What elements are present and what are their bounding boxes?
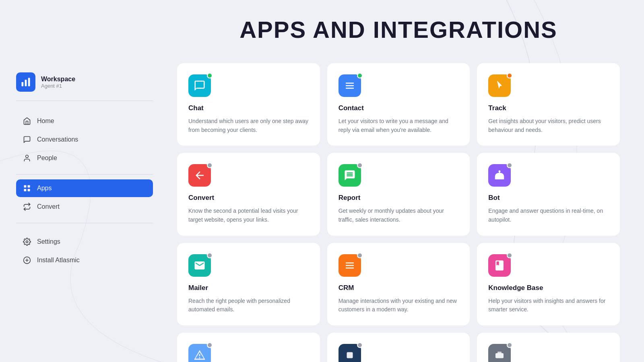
report-status-dot <box>357 162 363 168</box>
sidebar-item-install[interactable]: Install Atlasmic <box>16 251 153 269</box>
layout: Workspace Agent #1 Home <box>0 0 644 362</box>
card-convert-title: Convert <box>188 194 309 202</box>
svg-rect-0 <box>22 82 24 86</box>
svg-point-8 <box>26 241 28 243</box>
convert-icon <box>23 202 31 211</box>
convert-status-dot <box>207 162 213 168</box>
card-contact-title: Contact <box>339 104 459 112</box>
track-icon-wrap <box>488 74 511 97</box>
sidebar-item-conversations[interactable]: Conversations <box>16 131 153 148</box>
chat-icon <box>194 80 206 92</box>
sidebar-item-convert-label: Convert <box>37 203 60 210</box>
main-content: APPS AND INTEGRATIONS Chat Understand wh… <box>169 0 644 362</box>
workspace-section[interactable]: Workspace Agent #1 <box>16 72 153 101</box>
track-icon <box>493 80 506 92</box>
card-alerts[interactable] <box>177 333 320 362</box>
card-crm[interactable]: CRM Manage interactions with your existi… <box>327 243 470 325</box>
workspace-name: Workspace <box>41 76 75 83</box>
card-app11[interactable] <box>327 333 470 362</box>
app11-status-dot <box>357 342 363 348</box>
nav-list-2: Apps Convert <box>16 179 153 216</box>
card-report[interactable]: Report Get weekly or monthly updates abo… <box>327 153 470 235</box>
card-contact[interactable]: Contact Let your visitors to write you a… <box>327 63 470 146</box>
bot-icon-wrap <box>488 164 511 187</box>
people-icon <box>23 154 31 162</box>
contact-icon <box>344 80 356 92</box>
card-contact-desc: Let your visitors to write you a message… <box>339 117 459 134</box>
contact-icon-wrap <box>339 74 361 97</box>
track-status-dot <box>507 73 512 78</box>
workspace-icon <box>16 72 35 92</box>
card-bot[interactable]: Bot Engage and answer questions in real-… <box>477 153 620 235</box>
nav-list-bottom: Settings Install Atlasmic <box>16 233 153 269</box>
svg-rect-5 <box>28 185 30 188</box>
alerts-icon-wrap <box>188 344 211 362</box>
card-crm-title: CRM <box>339 284 459 292</box>
sidebar-item-install-label: Install Atlasmic <box>37 257 80 264</box>
card-chat-title: Chat <box>188 104 309 112</box>
workspace-agent: Agent #1 <box>41 83 75 89</box>
svg-rect-12 <box>347 352 353 358</box>
alerts-status-dot <box>207 342 213 348</box>
crm-status-dot <box>357 253 363 258</box>
card-mailer[interactable]: Mailer Reach the right people with perso… <box>177 243 320 325</box>
workspace-info: Workspace Agent #1 <box>41 76 75 89</box>
chat-status-dot <box>207 73 213 78</box>
svg-rect-6 <box>24 189 27 191</box>
card-mailer-title: Mailer <box>188 284 309 292</box>
svg-rect-1 <box>25 80 27 86</box>
report-icon <box>344 169 356 181</box>
card-crm-desc: Manage interactions with your existing a… <box>339 297 459 314</box>
svg-rect-2 <box>28 78 30 86</box>
contact-status-dot <box>357 73 363 78</box>
card-knowledge-desc: Help your visitors with insights and ans… <box>488 297 609 314</box>
app11-icon <box>344 349 356 361</box>
mailer-icon <box>194 259 206 272</box>
app12-icon-wrap <box>488 344 511 362</box>
sidebar-item-convert[interactable]: Convert <box>16 198 153 216</box>
sidebar-item-apps[interactable]: Apps <box>16 179 153 197</box>
sidebar-item-people[interactable]: People <box>16 149 153 167</box>
crm-icon-wrap <box>339 254 361 277</box>
svg-rect-7 <box>28 189 30 191</box>
cards-grid: Chat Understand which users are only one… <box>177 63 620 362</box>
card-track[interactable]: Track Get insights about your visitors, … <box>477 63 620 146</box>
card-track-title: Track <box>488 104 609 112</box>
alerts-icon <box>194 349 206 361</box>
settings-icon <box>23 237 31 246</box>
card-knowledge-title: Knowledge Base <box>488 284 609 292</box>
card-knowledge-base[interactable]: Knowledge Base Help your visitors with i… <box>477 243 620 325</box>
sidebar-item-home[interactable]: Home <box>16 112 153 130</box>
nav-divider-1 <box>16 174 153 175</box>
card-convert[interactable]: Convert Know the second a potential lead… <box>177 153 320 235</box>
svg-point-3 <box>26 155 29 158</box>
card-bot-desc: Engage and answer questions in real-time… <box>488 207 609 224</box>
mailer-status-dot <box>207 253 213 258</box>
sidebar-item-apps-label: Apps <box>37 185 52 192</box>
sidebar-item-people-label: People <box>37 154 57 162</box>
conversations-icon <box>23 135 31 144</box>
app12-status-dot <box>507 342 512 348</box>
svg-rect-4 <box>24 185 27 188</box>
report-icon-wrap <box>339 164 361 187</box>
svg-rect-14 <box>497 352 502 354</box>
convert-card-icon <box>194 169 206 181</box>
sidebar-item-settings-label: Settings <box>37 238 60 245</box>
home-icon <box>23 117 31 125</box>
card-chat[interactable]: Chat Understand which users are only one… <box>177 63 320 146</box>
app11-icon-wrap <box>339 344 361 362</box>
bot-status-dot <box>507 162 512 168</box>
card-report-title: Report <box>339 194 459 202</box>
sidebar-item-home-label: Home <box>37 117 54 125</box>
bot-icon <box>493 169 506 181</box>
app12-icon <box>493 349 506 361</box>
apps-icon <box>23 184 31 193</box>
card-track-desc: Get insights about your visitors, predic… <box>488 117 609 134</box>
knowledge-icon <box>493 259 506 272</box>
chat-icon-wrap <box>188 74 211 97</box>
card-app12[interactable] <box>477 333 620 362</box>
knowledge-status-dot <box>507 253 512 258</box>
install-icon <box>23 256 31 265</box>
sidebar-item-settings[interactable]: Settings <box>16 233 153 251</box>
card-mailer-desc: Reach the right people with personalized… <box>188 297 309 314</box>
